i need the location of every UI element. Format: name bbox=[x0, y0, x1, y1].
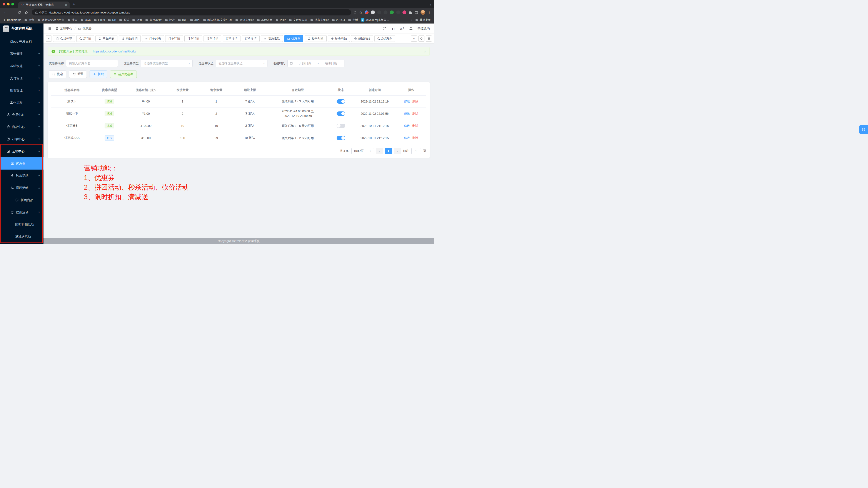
bookmark-folder[interactable]: 网站/博客/文章/工具 bbox=[203, 18, 232, 22]
delete-link[interactable]: 删除 bbox=[412, 99, 418, 103]
username[interactable]: 芋道源码 bbox=[417, 27, 430, 30]
other-bookmarks[interactable]: 其他书签 bbox=[415, 18, 431, 22]
extension-icon[interactable] bbox=[377, 10, 381, 15]
bookmark-folder[interactable]: 2014-4 bbox=[332, 18, 345, 22]
security-indicator[interactable]: 不安全 bbox=[35, 10, 48, 15]
tab-order-detail[interactable]: 订单详情 bbox=[204, 35, 221, 42]
prev-page-button[interactable]: ‹ bbox=[376, 148, 383, 154]
bookmark-folder[interactable]: 游戏 bbox=[132, 18, 142, 22]
sidebar-item-infra[interactable]: 基础设施∨ bbox=[0, 60, 43, 72]
tabs-menu-button[interactable] bbox=[426, 35, 432, 41]
breadcrumb-marketing[interactable]: 营销中心 bbox=[60, 27, 72, 30]
browser-menu-icon[interactable]: ⋮ bbox=[428, 10, 431, 15]
edit-link[interactable]: 修改 bbox=[404, 99, 410, 103]
next-page-button[interactable]: › bbox=[394, 148, 401, 154]
collapse-menu-icon[interactable] bbox=[48, 27, 52, 30]
doc-link[interactable]: https://doc.iocoder.cn/mall/build/ bbox=[93, 50, 136, 53]
extension-icon[interactable] bbox=[371, 10, 375, 15]
tab-member-tag[interactable]: 会员标签 bbox=[53, 35, 75, 42]
coupon-name-input[interactable] bbox=[66, 60, 118, 67]
status-toggle[interactable] bbox=[337, 99, 345, 104]
share-icon[interactable] bbox=[353, 10, 357, 14]
edit-link[interactable]: 修改 bbox=[404, 136, 410, 140]
tab-seckill-time[interactable]: 秒杀时段 bbox=[305, 35, 327, 42]
scroll-tabs-right-button[interactable]: » bbox=[411, 35, 417, 41]
tab-search-icon[interactable]: ∨ bbox=[429, 3, 431, 6]
date-range-picker[interactable]: 开始日期 - 结束日期 bbox=[287, 60, 344, 67]
sidebar-item-product[interactable]: 商品中心∨ bbox=[0, 121, 43, 133]
current-page-button[interactable]: 1 bbox=[385, 148, 392, 154]
bookmark-folder[interactable]: PHP bbox=[276, 18, 286, 22]
sidebar-item-groupon[interactable]: 拼团活动∧ bbox=[0, 182, 43, 194]
sidebar-item-member[interactable]: 会员中心∨ bbox=[0, 109, 43, 121]
status-toggle[interactable] bbox=[337, 124, 345, 128]
bookmark-folder[interactable]: 其他语言 bbox=[257, 18, 273, 22]
sidebar-item-bargain[interactable]: 砍价活动∨ bbox=[0, 206, 43, 218]
tab-groupon-product[interactable]: 拼团商品 bbox=[351, 35, 373, 42]
member-coupon-button[interactable]: 会员优惠券 bbox=[110, 70, 137, 78]
side-panel-icon[interactable] bbox=[415, 10, 418, 14]
add-button[interactable]: 新增 bbox=[90, 70, 107, 78]
tab-order-list[interactable]: 订单列表 bbox=[142, 35, 164, 42]
tab-member-coupon[interactable]: 会员优惠券 bbox=[374, 35, 395, 42]
tab-order-detail[interactable]: 订单详情 bbox=[242, 35, 259, 42]
extension-icon[interactable] bbox=[365, 10, 369, 15]
tab-order-detail[interactable]: 订单详情 bbox=[165, 35, 183, 42]
sidebar-item-coupon[interactable]: 优惠券 bbox=[0, 157, 43, 170]
edit-link[interactable]: 修改 bbox=[404, 112, 410, 115]
close-icon[interactable]: × bbox=[424, 50, 426, 53]
goto-page-input[interactable]: 1 bbox=[411, 148, 421, 154]
bookmark-folder[interactable]: 运营 bbox=[24, 18, 34, 22]
sidebar-item-reward[interactable]: 满减送活动 bbox=[0, 230, 43, 243]
bookmark-folder[interactable]: IDE bbox=[178, 18, 187, 22]
sidebar-item-payment[interactable]: 支付管理∨ bbox=[0, 72, 43, 84]
page-size-select[interactable]: 10条/页∨ bbox=[351, 148, 374, 154]
window-zoom-button[interactable] bbox=[11, 3, 14, 5]
bookmark-star-icon[interactable]: ☆ bbox=[359, 10, 362, 15]
sidebar-item-order[interactable]: 订单中心∨ bbox=[0, 133, 43, 145]
forward-button[interactable]: → bbox=[9, 9, 16, 16]
address-bar[interactable]: 不安全 dashboard-vue3.yudao.iocoder.cn/prom… bbox=[32, 9, 351, 16]
bookmark-folder[interactable]: 项目 bbox=[190, 18, 200, 22]
extensions-puzzle-icon[interactable] bbox=[409, 10, 412, 14]
sidebar-item-seckill[interactable]: 秒杀活动∨ bbox=[0, 170, 43, 182]
translate-icon[interactable]: 文A bbox=[400, 27, 404, 30]
sidebar-item-report[interactable]: 报表管理∨ bbox=[0, 84, 43, 96]
window-close-button[interactable] bbox=[3, 3, 5, 5]
sidebar-item-workflow[interactable]: 工作流程∨ bbox=[0, 96, 43, 109]
scroll-tabs-left-button[interactable]: « bbox=[46, 35, 52, 41]
sidebar-item-groupon-product[interactable]: 拼团商品 bbox=[0, 194, 43, 206]
notification-bell-icon[interactable] bbox=[409, 27, 413, 30]
bookmark-folder[interactable]: Java bbox=[81, 18, 91, 22]
extension-icon[interactable] bbox=[396, 10, 400, 15]
tab-close-icon[interactable]: × bbox=[65, 3, 67, 7]
coupon-type-select[interactable]: 请选择优惠券类型∨ bbox=[141, 60, 193, 67]
tab-member-detail[interactable]: 会员详情 bbox=[76, 35, 94, 42]
back-button[interactable]: ← bbox=[2, 9, 9, 16]
tab-coupon[interactable]: 优惠券 bbox=[284, 35, 303, 42]
bookmark-item[interactable]: BJava开发|小组首... bbox=[361, 18, 389, 22]
edit-link[interactable]: 修改 bbox=[404, 124, 410, 127]
status-toggle[interactable] bbox=[337, 136, 345, 140]
delete-link[interactable]: 删除 bbox=[412, 136, 418, 140]
delete-link[interactable]: 删除 bbox=[412, 112, 418, 115]
status-toggle[interactable] bbox=[337, 111, 345, 116]
tab-refund[interactable]: 售后退款 bbox=[261, 35, 283, 42]
bookmark-folder[interactable]: 文件服务器 bbox=[289, 18, 307, 22]
home-button[interactable] bbox=[23, 9, 30, 16]
fullscreen-icon[interactable] bbox=[383, 27, 386, 30]
bookmark-folder[interactable]: DB bbox=[108, 18, 116, 22]
delete-link[interactable]: 删除 bbox=[412, 124, 418, 127]
profile-avatar[interactable] bbox=[421, 10, 425, 15]
bookmark-folder[interactable]: Linux bbox=[94, 18, 105, 22]
bookmark-folder[interactable]: 前端 bbox=[119, 18, 129, 22]
breadcrumb-coupon[interactable]: 优惠券 bbox=[83, 27, 92, 30]
search-button[interactable]: 搜索 bbox=[49, 70, 66, 78]
tab-seckill-product[interactable]: 秒杀商品 bbox=[328, 35, 350, 42]
reload-button[interactable] bbox=[16, 9, 23, 16]
new-tab-button[interactable]: + bbox=[73, 2, 75, 7]
extension-icon[interactable] bbox=[390, 10, 394, 15]
sidebar-item-marketing[interactable]: 营销中心∧ bbox=[0, 145, 43, 157]
bookmark-folder[interactable]: 资讯未整理 bbox=[235, 18, 254, 22]
bookmark-folder[interactable]: 近期需要读的文章 bbox=[37, 18, 64, 22]
